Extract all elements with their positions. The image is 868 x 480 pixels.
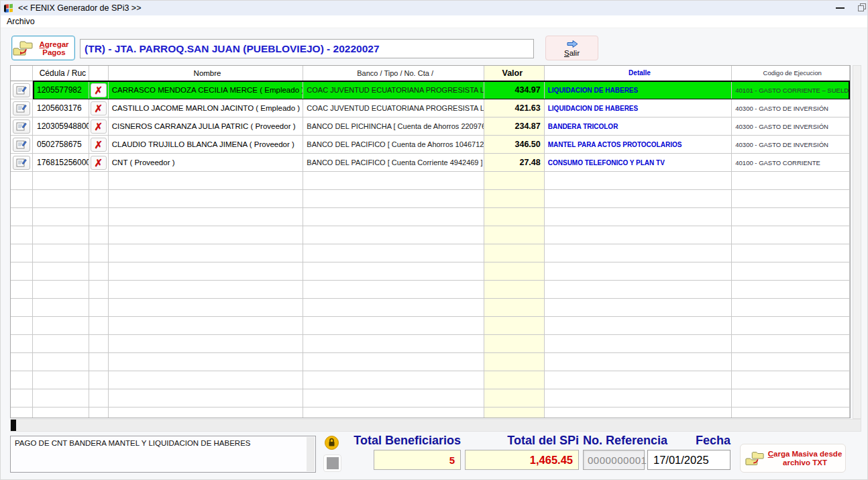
- delete-x-icon: ✗: [95, 122, 103, 132]
- empty-table-row[interactable]: [11, 244, 850, 262]
- payments-table: Cédula / Ruc Nombre Banco / Tipo / No. C…: [10, 65, 851, 418]
- total-spi-label: Total del SPi: [464, 434, 579, 449]
- cell-banco: BANCO DEL PACIFICO [ Cuenta de Ahorros 1…: [303, 136, 484, 154]
- table-body: 1205577982 ✗ CARRASCO MENDOZA CECILIA ME…: [11, 81, 850, 418]
- delete-x-icon: ✗: [95, 158, 103, 168]
- empty-table-row[interactable]: [11, 317, 850, 335]
- empty-table-row[interactable]: [11, 281, 850, 299]
- entity-title-input[interactable]: [80, 39, 534, 58]
- observacion-textarea[interactable]: PAGO DE CNT BANDERA MANTEL Y LIQUIDACION…: [10, 436, 316, 473]
- cell-valor: 434.97: [484, 81, 545, 99]
- cell-codigo: 40101 - GASTO CORRIENTE – SUELDOS: [732, 81, 850, 99]
- carga-masiva-button[interactable]: Carga Masiva desde archivo TXT: [740, 444, 846, 473]
- menu-bar: Archivo: [1, 15, 867, 28]
- cell-valor: 234.87: [484, 117, 545, 136]
- edit-row-button[interactable]: [13, 83, 30, 97]
- horizontal-scrollbar[interactable]: [10, 419, 861, 432]
- delete-x-icon: ✗: [95, 140, 103, 150]
- fecha-label: Fecha: [637, 434, 730, 449]
- header-banco: Banco / Tipo / No. Cta /: [303, 66, 484, 81]
- edit-record-icon: [16, 85, 27, 95]
- cell-cedula: 1205577982: [33, 81, 89, 99]
- empty-table-row[interactable]: [11, 407, 850, 418]
- cell-nombre: CARRASCO MENDOZA CECILIA MERCE ( Emplead…: [109, 81, 304, 99]
- edit-row-button[interactable]: [13, 138, 30, 152]
- cell-detalle: MANTEL PARA ACTOS PROTOCOLARIOS: [545, 136, 733, 154]
- exit-arrow-icon: [565, 40, 579, 48]
- edit-record-icon: [16, 103, 27, 113]
- header-codigo: Codigo de Ejecucion: [732, 66, 850, 81]
- table-row[interactable]: 1203059488001 ✗ CISNEROS CARRANZA JULIA …: [11, 117, 850, 136]
- table-row[interactable]: 0502758675 ✗ CLAUDIO TRUJILLO BLANCA JIM…: [11, 136, 850, 154]
- horizontal-scrollbar-thumb[interactable]: [11, 420, 16, 431]
- delete-row-button[interactable]: ✗: [91, 101, 107, 115]
- cell-detalle: LIQUIDACION DE HABERES: [545, 81, 733, 99]
- empty-table-row[interactable]: [11, 226, 850, 244]
- gray-square-button[interactable]: [323, 454, 341, 472]
- header-delete-col: [89, 66, 109, 81]
- edit-record-icon: [16, 122, 27, 131]
- referencia-field[interactable]: 0000000001: [583, 450, 645, 470]
- delete-row-button[interactable]: ✗: [91, 83, 107, 97]
- empty-table-row[interactable]: [11, 371, 850, 389]
- vertical-scrollbar[interactable]: [853, 65, 861, 419]
- window-title: << FENIX Generador de SPi3 >>: [18, 3, 141, 13]
- fecha-field[interactable]: 17/01/2025: [647, 450, 730, 470]
- delete-row-button[interactable]: ✗: [91, 119, 107, 134]
- agregar-pagos-button[interactable]: Agregar Pagos: [11, 36, 75, 60]
- cell-banco: BANCO DEL PICHINCHA [ Cuenta de Ahorros …: [303, 117, 484, 136]
- empty-table-row[interactable]: [11, 389, 850, 407]
- cell-cedula: 1205603176: [33, 99, 89, 117]
- salir-button[interactable]: Salir: [545, 36, 598, 60]
- delete-row-button[interactable]: ✗: [91, 156, 107, 170]
- empty-table-row[interactable]: [11, 208, 850, 226]
- app-window: << FENIX Generador de SPi3 >> Archivo Ag…: [0, 0, 868, 480]
- folders-transfer-icon: [745, 450, 765, 467]
- restore-button[interactable]: [851, 1, 867, 15]
- cell-codigo: 40300 - GASTO DE INVERSIÓN: [732, 99, 850, 117]
- table-row[interactable]: 1205577982 ✗ CARRASCO MENDOZA CECILIA ME…: [11, 81, 850, 99]
- agregar-pagos-label: Agregar Pagos: [34, 40, 74, 56]
- empty-table-row[interactable]: [11, 190, 850, 208]
- cell-cedula: 1203059488001: [33, 117, 89, 136]
- cell-codigo: 40300 - GASTO DE INVERSIÓN: [732, 117, 850, 136]
- empty-table-row[interactable]: [11, 335, 850, 353]
- header-valor: Valor: [484, 66, 545, 81]
- delete-row-button[interactable]: ✗: [91, 138, 107, 152]
- cell-cedula: 0502758675: [33, 136, 89, 154]
- total-beneficiarios-field: 5: [374, 450, 461, 470]
- cell-codigo: 40100 - GASTO CORRIENTE: [732, 154, 850, 172]
- table-row[interactable]: 1768152560001 ✗ CNT ( Proveedor ) BANCO …: [11, 154, 850, 172]
- empty-table-row[interactable]: [11, 262, 850, 281]
- cell-nombre: CNT ( Proveedor ): [109, 154, 304, 172]
- salir-label: Salir: [564, 49, 580, 57]
- observacion-text: PAGO DE CNT BANDERA MANTEL Y LIQUIDACION…: [15, 439, 305, 447]
- cell-valor: 421.63: [484, 99, 545, 117]
- edit-row-button[interactable]: [13, 101, 30, 115]
- minimize-button[interactable]: [828, 1, 851, 15]
- header-edit-col: [11, 66, 33, 81]
- folders-transfer-icon: [12, 40, 34, 57]
- empty-table-row[interactable]: [11, 172, 850, 190]
- edit-row-button[interactable]: [13, 119, 30, 134]
- app-windows-logo-icon: [3, 3, 14, 13]
- gray-square-icon: [327, 457, 339, 469]
- edit-row-button[interactable]: [13, 156, 30, 170]
- cell-nombre: CASTILLO JACOME MARLON JACINTO ( Emplead…: [109, 99, 304, 117]
- carga-masiva-label: Carga Masiva desde archivo TXT: [765, 450, 845, 467]
- table-row[interactable]: 1205603176 ✗ CASTILLO JACOME MARLON JACI…: [11, 99, 850, 117]
- edit-record-icon: [16, 158, 27, 167]
- delete-x-icon: ✗: [95, 85, 103, 95]
- cell-detalle: CONSUMO TELEFONICO Y PLAN TV: [545, 154, 733, 172]
- edit-record-icon: [16, 140, 27, 149]
- empty-table-row[interactable]: [11, 353, 850, 371]
- menu-item-archivo[interactable]: Archivo: [1, 17, 41, 26]
- observacion-scrollbar[interactable]: [307, 437, 315, 471]
- title-bar: << FENIX Generador de SPi3 >>: [1, 1, 867, 15]
- minimize-icon: [836, 7, 845, 9]
- delete-x-icon: ✗: [95, 103, 103, 113]
- empty-table-row[interactable]: [11, 299, 850, 317]
- header-detalle: Detalle: [545, 66, 733, 81]
- cell-nombre: CLAUDIO TRUJILLO BLANCA JIMENA ( Proveed…: [109, 136, 304, 154]
- cell-valor: 346.50: [484, 136, 545, 154]
